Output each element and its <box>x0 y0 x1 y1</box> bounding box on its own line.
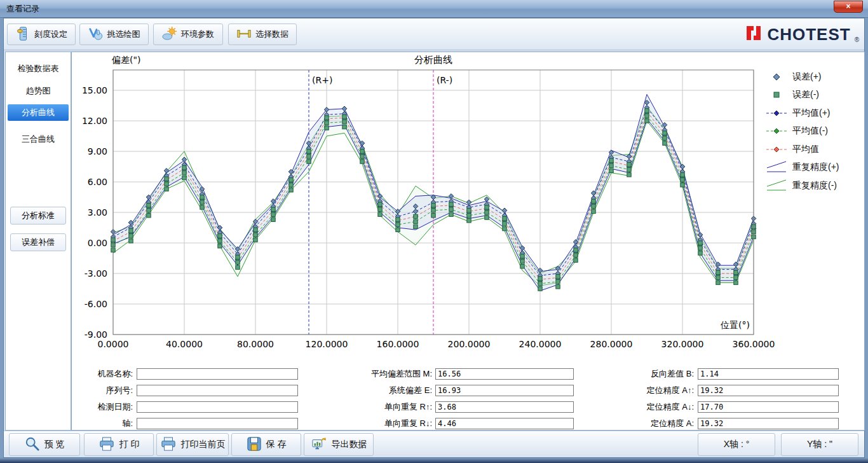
legend-item-rep-plus: 重复精度(+) <box>766 162 862 173</box>
legend-item-mean-minus: 平均值(-) <box>766 126 862 137</box>
svg-text:9.00: 9.00 <box>88 146 107 156</box>
content-panel: 15.0012.009.006.003.000.00-3.00-6.00-9.0… <box>71 52 865 431</box>
reverse-difference-label: 反向差值 B: <box>615 368 694 380</box>
save-button[interactable]: 保 存 <box>231 433 301 456</box>
serial-number-label: 序列号: <box>72 385 133 396</box>
svg-text:0.00: 0.00 <box>88 238 107 248</box>
preview-button[interactable]: 预 览 <box>9 433 80 456</box>
chotest-logo-mark-icon <box>744 24 763 45</box>
environment-params-label: 环境参数 <box>181 29 214 40</box>
print-button[interactable]: 打 印 <box>84 433 154 456</box>
pick-plot-button[interactable]: 挑选绘图 <box>79 24 149 45</box>
positioning-accuracy-label: 定位精度 A: <box>615 418 694 429</box>
sun-cloud-icon <box>162 26 177 43</box>
legend-item-mean: 平均值 <box>766 144 862 155</box>
scale-ruler-icon <box>15 26 31 43</box>
svg-text:320.0000: 320.0000 <box>661 339 704 349</box>
svg-text:360.0000: 360.0000 <box>733 339 775 349</box>
positioning-accuracy-down-field[interactable] <box>698 401 839 413</box>
printer-icon <box>98 436 115 453</box>
scale-settings-button[interactable]: 刻度设定 <box>7 24 76 45</box>
svg-text:240.0000: 240.0000 <box>519 339 562 349</box>
err-minus-marker-icon <box>766 90 787 100</box>
x-axis-unit-label: X轴 : ° <box>724 439 750 450</box>
print-current-page-label: 打印当前页 <box>181 439 226 450</box>
window-bottom-border <box>0 458 868 463</box>
y-axis-unit-label: Y轴 : " <box>807 439 832 450</box>
legend-item-err-minus: 误差(-) <box>766 90 862 100</box>
svg-text:0.0000: 0.0000 <box>98 339 129 349</box>
top-toolbar: 刻度设定 挑选绘图 <box>4 18 864 50</box>
titlebar: 查看记录 × <box>0 0 868 18</box>
legend-item-err-plus: 误差(+) <box>766 71 862 82</box>
svg-text:3.00: 3.00 <box>88 207 107 218</box>
app-frame: 刻度设定 挑选绘图 <box>3 18 865 458</box>
export-data-label: 导出数据 <box>332 439 367 450</box>
unidirectional-repeat-down-label: 单向重复 R↓: <box>345 418 432 429</box>
machine-name-label: 机器名称: <box>72 368 133 380</box>
export-chart-icon <box>311 436 327 453</box>
inspection-date-field[interactable] <box>137 401 298 413</box>
svg-text:偏差("): 偏差(") <box>111 55 140 65</box>
rep-minus-band-icon <box>766 179 787 193</box>
error-compensation-button[interactable]: 误差补偿 <box>10 233 66 251</box>
select-data-label: 选择数据 <box>255 29 288 40</box>
x-axis-unit-button[interactable]: X轴 : ° <box>698 433 775 456</box>
svg-text:-9.00: -9.00 <box>85 329 107 340</box>
sidebar-item-inspection-data-table[interactable]: 检验数据表 <box>8 60 69 77</box>
svg-text:12.00: 12.00 <box>82 116 107 126</box>
analysis-curve-chart: 15.0012.009.006.003.000.00-3.00-6.00-9.0… <box>72 52 865 357</box>
pick-plot-label: 挑选绘图 <box>107 29 140 40</box>
err-plus-marker-icon <box>766 72 787 82</box>
analysis-standard-button[interactable]: 分析标准 <box>10 207 66 225</box>
mean-deviation-range-label: 平均偏差范围 M: <box>345 368 432 380</box>
mean-deviation-range-field[interactable] <box>435 368 574 380</box>
serial-number-field[interactable] <box>137 385 298 396</box>
scale-settings-label: 刻度设定 <box>34 29 67 40</box>
inspection-date-label: 检测日期: <box>72 401 133 413</box>
range-selector-icon <box>236 26 252 43</box>
axis-label: 轴: <box>72 418 133 429</box>
mean-line-icon <box>766 144 787 155</box>
select-data-button[interactable]: 选择数据 <box>228 24 297 45</box>
mean-plus-line-icon <box>766 108 787 118</box>
svg-text:-3.00: -3.00 <box>85 268 107 279</box>
floppy-disk-icon <box>247 436 262 453</box>
svg-text:分析曲线: 分析曲线 <box>414 54 452 66</box>
positioning-accuracy-field[interactable] <box>698 418 839 429</box>
machine-name-field[interactable] <box>137 368 298 380</box>
close-button[interactable]: × <box>834 1 863 13</box>
brand-logo: CHOTEST ® <box>744 24 859 45</box>
print-label: 打 印 <box>119 439 140 450</box>
svg-text:6.00: 6.00 <box>88 177 107 187</box>
legend-item-rep-minus: 重复精度(-) <box>766 180 862 191</box>
svg-text:80.0000: 80.0000 <box>237 339 274 349</box>
positioning-accuracy-up-field[interactable] <box>698 385 839 396</box>
svg-text:120.0000: 120.0000 <box>306 339 348 349</box>
axis-field[interactable] <box>137 418 298 429</box>
reverse-difference-field[interactable] <box>698 368 839 380</box>
y-axis-unit-button[interactable]: Y轴 : " <box>781 433 858 456</box>
magnifier-icon <box>25 436 40 453</box>
svg-text:-6.00: -6.00 <box>85 299 107 309</box>
svg-text:15.00: 15.00 <box>82 85 107 95</box>
rep-plus-band-icon <box>766 160 787 174</box>
svg-text:(R+): (R+) <box>312 75 332 85</box>
sidebar-item-triple-curve[interactable]: 三合曲线 <box>8 131 69 148</box>
unidirectional-repeat-up-field[interactable] <box>435 401 574 413</box>
sidebar-item-trend-chart[interactable]: 趋势图 <box>8 83 69 99</box>
environment-params-button[interactable]: 环境参数 <box>153 24 223 45</box>
sidebar-item-analysis-curve[interactable]: 分析曲线 <box>8 104 69 121</box>
legend-item-mean-plus: 平均值(+) <box>766 107 862 118</box>
svg-text:200.0000: 200.0000 <box>448 339 491 349</box>
positioning-accuracy-down-label: 定位精度 A↓: <box>615 401 694 413</box>
brand-name: CHOTEST <box>767 25 850 45</box>
unidirectional-repeat-down-field[interactable] <box>435 418 574 429</box>
system-deviation-field[interactable] <box>435 385 574 396</box>
print-current-page-button[interactable]: 打印当前页 <box>156 433 229 456</box>
svg-text:280.0000: 280.0000 <box>590 339 633 349</box>
export-data-button[interactable]: 导出数据 <box>304 433 374 456</box>
brand-reg-mark: ® <box>855 36 859 43</box>
system-deviation-label: 系统偏差 E: <box>345 385 432 396</box>
svg-text:160.0000: 160.0000 <box>377 339 419 349</box>
